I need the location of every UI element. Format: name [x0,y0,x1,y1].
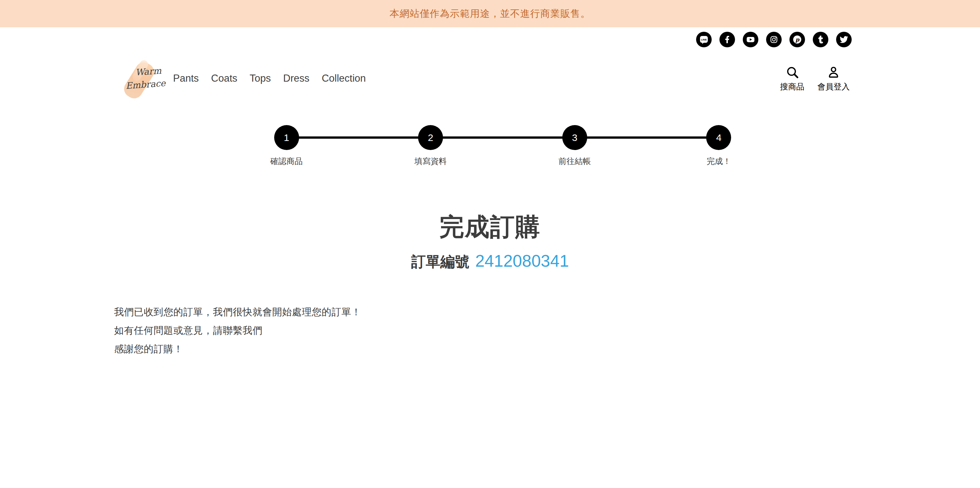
site-header: Warm Embrace Pants Coats Tops Dress Coll… [114,56,866,101]
facebook-link[interactable] [719,32,735,47]
instagram-link[interactable] [766,32,782,47]
step-circle-2: 2 [418,125,443,150]
pinterest-link[interactable]: p [789,32,805,47]
tumblr-icon [818,35,823,44]
search-products-button[interactable]: 搜商品 [780,65,804,92]
logo-word-2: Embrace [126,79,165,90]
confirmation-messages: 我們已收到您的訂單，我們很快就會開始處理您的訂單！ 如有任何問題或意見，請聯繫我… [114,303,866,358]
step-circle-3: 3 [562,125,587,150]
search-icon [785,65,800,79]
main-nav: Pants Coats Tops Dress Collection [173,73,366,84]
step-number-1: 1 [284,132,290,143]
step-circle-1: 1 [274,125,299,150]
step-label-2: 填寫資料 [415,156,447,167]
line-icon: LINE [699,35,709,45]
nav-item-dress[interactable]: Dress [283,73,310,84]
message-order-received: 我們已收到您的訂單，我們很快就會開始處理您的訂單！ [114,303,866,321]
member-login-button[interactable]: 會員登入 [817,65,850,92]
social-links-row: LINE p [114,32,866,47]
user-icon [826,65,841,79]
logo-wordmark: Warm Embrace [125,60,158,96]
pinterest-icon: p [792,34,803,45]
demo-notice-text: 本網站僅作為示範用途，並不進行商業販售。 [390,7,590,21]
step-checkout: 3 前往結帳 [549,125,600,167]
step-number-4: 4 [716,132,722,143]
svg-text:LINE: LINE [701,38,707,41]
instagram-icon [769,35,778,44]
step-fill-info: 2 填寫資料 [405,125,457,167]
message-thank-you: 感謝您的訂購！ [114,340,866,358]
step-complete: 4 完成！ [693,125,745,167]
facebook-icon [725,35,730,44]
order-number-value[interactable]: 2412080341 [475,251,569,270]
svg-text:p: p [795,36,800,43]
twitter-link[interactable] [836,32,852,47]
order-number-label: 訂單編號 [411,252,469,272]
line-link[interactable]: LINE [696,32,712,47]
demo-notice-banner: 本網站僅作為示範用途，並不進行商業販售。 [0,0,980,27]
step-circle-4: 4 [706,125,731,150]
step-confirm-items: 1 確認商品 [261,125,312,167]
twitter-icon [840,35,848,44]
step-label-1: 確認商品 [270,156,303,167]
stepper-connector-line [286,137,719,139]
header-actions: 搜商品 會員登入 [780,65,850,92]
brand-logo[interactable]: Warm Embrace [125,60,158,96]
search-products-label: 搜商品 [780,81,804,92]
youtube-link[interactable] [743,32,758,47]
nav-item-pants[interactable]: Pants [173,73,199,84]
checkout-progress-stepper: 1 確認商品 2 填寫資料 3 前往結帳 4 完成！ [261,125,745,167]
step-label-3: 前往結帳 [558,156,591,167]
step-number-2: 2 [428,132,433,143]
message-contact-us: 如有任何問題或意見，請聯繫我們 [114,321,866,340]
youtube-icon [746,35,756,45]
nav-item-coats[interactable]: Coats [211,73,237,84]
step-number-3: 3 [572,132,578,143]
nav-item-collection[interactable]: Collection [322,73,366,84]
member-login-label: 會員登入 [817,81,850,92]
nav-item-tops[interactable]: Tops [250,73,270,84]
step-label-4: 完成！ [706,156,731,167]
order-number-row: 訂單編號 2412080341 [0,251,980,272]
logo-word-1: Warm [135,66,162,77]
tumblr-link[interactable] [813,32,828,47]
page-title: 完成訂購 [0,211,980,244]
